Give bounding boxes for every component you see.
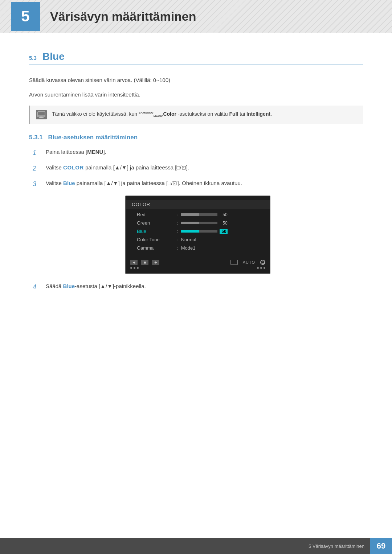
dot-group-right [257,267,265,269]
menu-items: Red : 50 Gr [126,209,270,254]
green-bar-fill [181,222,199,224]
menu-row-red: Red : 50 [126,210,270,219]
menu-label-blue: Blue [137,229,177,234]
step-num-4: 4 [33,282,43,292]
note-text: Tämä valikko ei ole käytettävissä, kun S… [52,110,272,119]
menu-value-colortone: Normal [181,237,196,242]
step-1: 1 Paina laitteessa [MENU]. [33,148,363,158]
dot6 [264,267,265,269]
footer-page-number: 69 [370,538,392,554]
monitor-menu: COLOR Red : 50 [126,196,270,273]
green-bar-container: 50 [181,221,228,226]
chapter-badge: 5 [11,2,40,31]
subsection-number: 5.3.1 [29,134,43,141]
main-content: 5.3 Blue Säädä kuvassa olevan sinisen vä… [0,33,392,334]
menu-icon: ■ [141,260,148,265]
auto-label: AUTO [243,260,255,264]
bottom-icons: ◄ ■ + [130,260,159,265]
steps-list: 1 Paina laitteessa [MENU]. 2 Valitse COL… [33,148,363,292]
svg-rect-0 [38,112,45,117]
blue-bar-fill [181,230,199,233]
monitor-dots [126,266,270,270]
menu-label-green: Green [137,220,177,226]
step-num-1: 1 [33,148,43,158]
red-bar-container: 50 [181,212,228,217]
menu-row-gamma: Gamma : Mode1 [126,244,270,252]
section-title: Blue [42,51,65,62]
dot3 [137,267,139,269]
menu-row-colortone: Color Tone : Normal [126,235,270,244]
menu-label-colortone: Color Tone [137,237,177,242]
menu-row-blue: Blue : 50 [126,227,270,235]
menu-row-green: Green : 50 [126,219,270,227]
menu-label-gamma: Gamma [137,245,177,251]
step-2: 2 Valitse COLOR painamalla [▲/▼] ja pain… [33,163,363,174]
blue-bar-container: 50 [181,229,228,234]
step-4: 4 Säädä Blue-asetusta [▲/▼]-painikkeella… [33,282,363,292]
screenshot-item: COLOR Red : 50 [33,196,363,274]
chapter-number: 5 [21,8,29,25]
description1: Säädä kuvassa olevan sinisen värin arvoa… [29,75,363,85]
step-3-text: Valitse Blue painamalla [▲/▼] ja paina l… [46,179,363,188]
step-num-3: 3 [33,179,43,189]
menu-label-red: Red [137,212,177,217]
step-3: 3 Valitse Blue painamalla [▲/▼] ja paina… [33,179,363,189]
dot1 [130,267,132,269]
step-4-text: Säädä Blue-asetusta [▲/▼]-painikkeella. [46,282,363,291]
display-icon [230,260,238,265]
step-2-text: Valitse COLOR painamalla [▲/▼] ja paina … [46,163,363,172]
section-number: 5.3 [29,55,37,61]
dot4 [257,267,259,269]
menu-value-gamma: Mode1 [181,245,196,251]
menu-bottom-bar: ◄ ■ + AUTO ⏻ [126,256,270,266]
page-footer: 5 Värisävyn määrittäminen 69 [0,538,392,554]
dot-group-left [130,267,139,269]
description2: Arvon suurentaminen lisää värin intensit… [29,90,363,99]
subsection-title: Blue-asetuksen määrittäminen [48,134,138,141]
header-strip: 5 Värisävyn määrittäminen [0,0,392,33]
chapter-title: Värisävyn määrittäminen [50,9,196,24]
monitor-screen: COLOR Red : 50 [125,196,270,274]
note-box: Tämä valikko ei ole käytettävissä, kun S… [29,106,363,124]
plus-icon: + [152,260,159,265]
power-icon: ⏻ [260,260,265,265]
menu-header-label: COLOR [126,200,270,209]
note-icon [36,110,47,119]
red-bar-bg [181,213,217,216]
back-icon: ◄ [130,260,138,265]
footer-text: 5 Värisävyn määrittäminen [309,543,364,549]
step-num-2: 2 [33,163,43,174]
blue-bar-bg [181,230,217,233]
dot2 [134,267,135,269]
green-bar-value: 50 [220,221,228,226]
blue-bar-value: 50 [220,229,228,234]
monitor-container: COLOR Red : 50 [33,196,363,274]
red-bar-fill [181,213,199,216]
red-bar-value: 50 [220,212,228,217]
dot5 [260,267,262,269]
subsection-header: 5.3.1 Blue-asetuksen määrittäminen [29,134,363,141]
section-header: 5.3 Blue [29,51,363,65]
step-1-text: Paina laitteessa [MENU]. [46,148,363,156]
green-bar-bg [181,222,217,224]
